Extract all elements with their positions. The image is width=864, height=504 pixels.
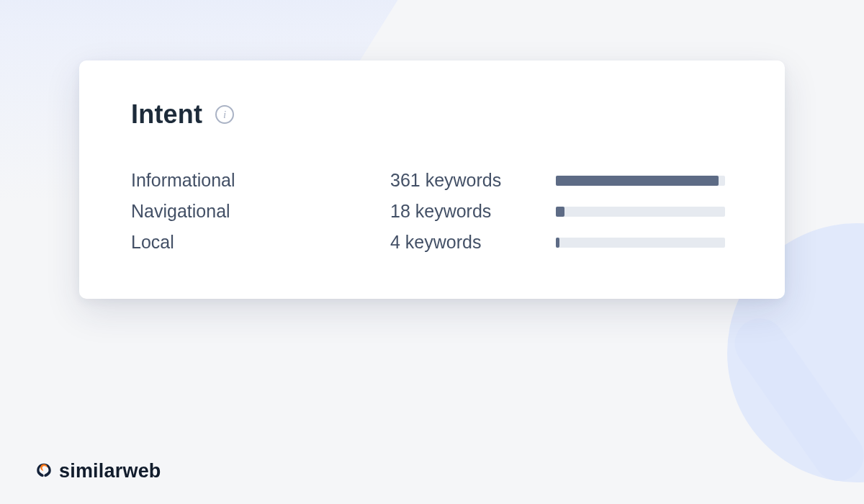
similarweb-logo-text: similarweb: [59, 460, 161, 482]
bar-fill: [556, 238, 559, 248]
row-label: Navigational: [131, 201, 390, 222]
row-count: 18 keywords: [390, 201, 556, 222]
intent-card: Intent Informational 361 keywords Naviga…: [79, 60, 785, 299]
row-label: Local: [131, 232, 390, 253]
similarweb-logo-icon: [35, 462, 53, 481]
row-bar: [556, 176, 725, 186]
row-count: 4 keywords: [390, 232, 556, 253]
intent-row-local: Local 4 keywords: [131, 232, 733, 253]
decorative-pill: [725, 308, 864, 490]
bar-track: [556, 238, 725, 248]
row-bar: [556, 207, 725, 217]
bar-track: [556, 207, 725, 217]
intent-rows: Informational 361 keywords Navigational …: [131, 170, 733, 253]
row-count: 361 keywords: [390, 170, 556, 191]
row-label: Informational: [131, 170, 390, 191]
row-bar: [556, 238, 725, 248]
intent-row-informational: Informational 361 keywords: [131, 170, 733, 191]
similarweb-logo: similarweb: [35, 460, 161, 482]
intent-row-navigational: Navigational 18 keywords: [131, 201, 733, 222]
bar-fill: [556, 207, 564, 217]
card-header: Intent: [131, 99, 733, 130]
card-title: Intent: [131, 99, 202, 130]
info-icon[interactable]: [215, 105, 234, 124]
bar-fill: [556, 176, 719, 186]
